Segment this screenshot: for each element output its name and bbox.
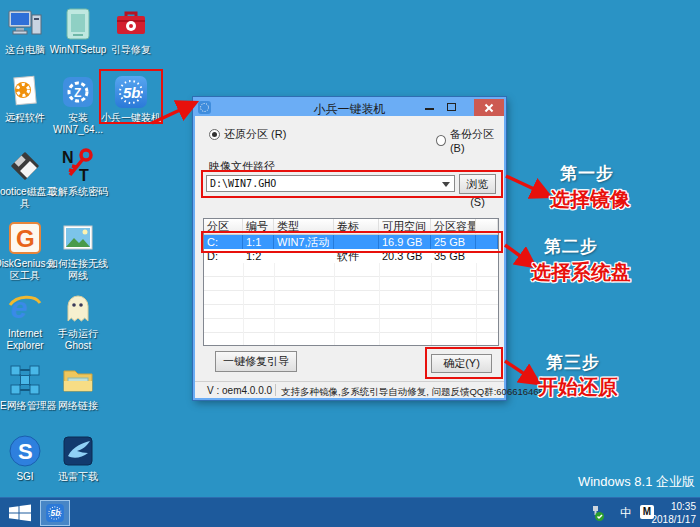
- highlight-box-ok-button: [425, 347, 503, 379]
- minimize-button[interactable]: [420, 99, 440, 116]
- arrow-step2: [505, 245, 534, 266]
- version-text: V : oem4.0.0.0: [207, 385, 272, 396]
- step1-text: 选择镜像: [550, 186, 630, 213]
- close-button[interactable]: [474, 99, 504, 116]
- usb-tray-icon[interactable]: [588, 504, 606, 522]
- svg-text:5b: 5b: [51, 508, 61, 518]
- svg-text:N: N: [62, 149, 74, 166]
- ie-icon: e: [7, 290, 43, 326]
- red-toolbox-icon: [113, 6, 149, 42]
- gear-z-icon: Z: [60, 74, 96, 110]
- minimize-icon: [425, 108, 434, 110]
- desktop-icon-ghost[interactable]: 手动运行 Ghost: [45, 290, 111, 352]
- step1-title: 第一步: [560, 162, 614, 185]
- desktop-icon-thunder[interactable]: 迅雷下载: [45, 433, 111, 483]
- radio-backup-partition[interactable]: 备份分区 (B): [436, 127, 504, 154]
- desktop-icon-network-links[interactable]: 网络链接: [45, 362, 111, 412]
- step2-title: 第二步: [544, 235, 598, 258]
- svg-text:T: T: [79, 167, 89, 184]
- radio-selected-icon: [209, 129, 220, 140]
- ime-language-indicator[interactable]: 中: [620, 505, 632, 522]
- icon-label: 网络链接: [45, 400, 111, 412]
- icon-label: 引导修复: [98, 44, 164, 56]
- dialog-statusbar: V : oem4.0.0.0 支持多种镜像,多系统引导自动修复, 问题反馈QQ群…: [195, 381, 504, 398]
- step2-text: 选择系统盘: [531, 259, 631, 286]
- xiaobing-app-icon-small: 5b: [45, 503, 65, 523]
- highlight-box-system-row: [201, 231, 503, 253]
- svg-text:Z: Z: [74, 86, 81, 100]
- table-empty-rows: [204, 263, 498, 345]
- step3-title: 第三步: [546, 351, 600, 374]
- folder-icon: [60, 362, 96, 398]
- svg-text:S: S: [18, 439, 33, 464]
- thunder-bird-icon: [60, 433, 96, 469]
- radio-restore-partition[interactable]: 还原分区 (R): [209, 127, 286, 142]
- clock-time: 10:35: [652, 501, 697, 514]
- icon-label: 手动运行 Ghost: [45, 328, 111, 352]
- sgi-s-icon: S: [7, 433, 43, 469]
- icon-label: 如何连接无线网线: [45, 258, 111, 282]
- repair-boot-button[interactable]: 一键修复引导: [215, 351, 297, 372]
- maximize-icon: [447, 103, 456, 111]
- statusbar-divider: [275, 384, 276, 396]
- document-gear-icon: [7, 74, 43, 110]
- start-button[interactable]: [8, 504, 32, 522]
- radio-restore-label: 还原分区 (R): [224, 127, 286, 142]
- step3-text: 开始还原: [538, 374, 618, 401]
- status-text: 支持多种镜像,多系统引导自动修复, 问题反馈QQ群:606616468: [281, 386, 544, 399]
- desktop-icon-boot-repair[interactable]: 引导修复: [98, 6, 164, 56]
- desktop: 这台电脑 WinNTSetup 引导修复 远程软件 Z: [0, 0, 700, 527]
- clock-date: 2018/1/17: [652, 514, 697, 527]
- radio-unselected-icon: [436, 135, 446, 146]
- desktop-icon-nt-password[interactable]: N T 破解系统密码: [45, 148, 111, 198]
- highlight-box-image-path: [201, 170, 503, 198]
- arrow-step3: [505, 361, 538, 383]
- arrow-step1: [506, 176, 549, 196]
- taskbar: 5b 中 M 10:35 2018/1/17: [0, 497, 700, 527]
- highlight-box-app-icon: [99, 69, 163, 124]
- computer-icon: [7, 6, 43, 42]
- windows-watermark: Windows 8.1 企业版: [578, 473, 695, 491]
- icon-label: 迅雷下载: [45, 471, 111, 483]
- diskgenius-g-icon: G: [7, 220, 43, 256]
- installer-box-icon: [60, 6, 96, 42]
- maximize-button[interactable]: [442, 99, 462, 116]
- network-topology-icon: [7, 362, 43, 398]
- dialog-titlebar[interactable]: 小兵一键装机: [195, 99, 504, 116]
- desktop-icon-wireless-guide[interactable]: 如何连接无线网线: [45, 220, 111, 282]
- taskbar-app-xiaobing[interactable]: 5b: [40, 500, 70, 526]
- clock[interactable]: 10:35 2018/1/17: [652, 501, 697, 526]
- radio-backup-label: 备份分区 (B): [450, 127, 504, 154]
- svg-text:G: G: [16, 225, 35, 252]
- photo-icon: [60, 220, 96, 256]
- icon-label: 破解系统密码: [45, 186, 111, 198]
- ghost-icon: [60, 290, 96, 326]
- nt-key-icon: N T: [60, 148, 96, 184]
- floppy-disk-icon: [7, 148, 43, 184]
